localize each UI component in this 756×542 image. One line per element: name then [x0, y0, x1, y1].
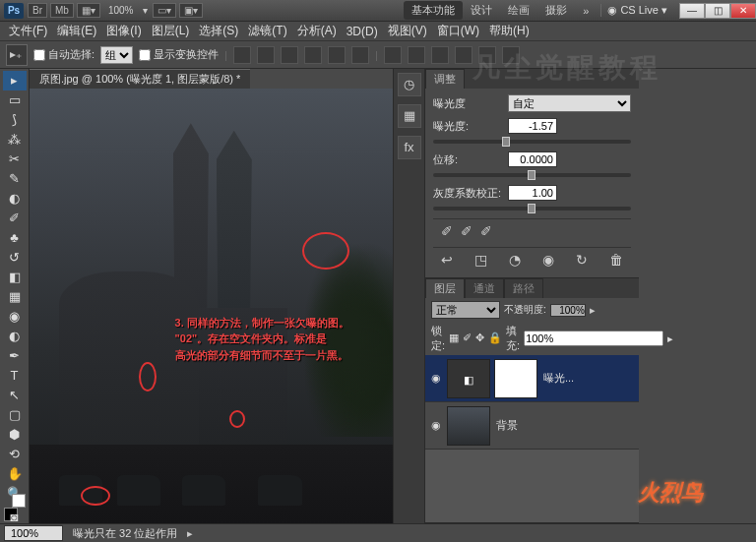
gamma-slider[interactable]	[433, 207, 631, 211]
menu-3d[interactable]: 3D(D)	[342, 25, 383, 38]
fill-input[interactable]	[524, 331, 663, 346]
menu-image[interactable]: 图像(I)	[101, 23, 146, 39]
visibility-icon[interactable]: ◉	[542, 252, 554, 268]
auto-select-dropdown[interactable]: 组	[100, 46, 133, 64]
show-controls-checkbox[interactable]: 显示变换控件	[139, 47, 219, 62]
eyedropper-tool[interactable]: ✎	[3, 169, 27, 189]
quickmask-tool[interactable]: ◙	[3, 508, 27, 527]
ws-painting[interactable]: 绘画	[500, 1, 537, 20]
lock-all-icon[interactable]: 🔒	[488, 331, 502, 345]
healing-tool[interactable]: ◐	[3, 189, 27, 209]
history-brush-tool[interactable]: ↺	[3, 248, 27, 268]
cs-live[interactable]: ◉ CS Live ▾	[600, 4, 673, 17]
dist-btn[interactable]	[384, 46, 402, 64]
eraser-tool[interactable]: ◧	[3, 268, 27, 287]
menu-view[interactable]: 视图(V)	[383, 23, 432, 39]
view-extras-button[interactable]: ▦▾	[77, 3, 100, 18]
gradient-tool[interactable]: ▦	[3, 287, 27, 307]
layer-row[interactable]: ◉ 背景	[425, 402, 639, 450]
move-tool[interactable]: ▸	[3, 71, 27, 90]
close-button[interactable]: ✕	[730, 3, 756, 19]
blur-tool[interactable]: ◉	[3, 307, 27, 327]
dist-btn[interactable]	[455, 46, 472, 64]
shape-tool[interactable]: ▢	[3, 405, 27, 425]
document-tab[interactable]: 原图.jpg @ 100% (曝光度 1, 图层蒙版/8) *	[30, 69, 250, 89]
layer-name[interactable]: 曝光...	[543, 371, 574, 386]
minibridge-button[interactable]: Mb	[50, 3, 74, 18]
layer-name[interactable]: 背景	[496, 418, 518, 433]
mask-thumb[interactable]	[494, 359, 537, 398]
ws-essentials[interactable]: 基本功能	[404, 1, 463, 20]
lock-image-icon[interactable]: ✐	[463, 331, 472, 345]
crop-tool[interactable]: ✂	[3, 150, 27, 169]
menu-layer[interactable]: 图层(L)	[147, 23, 195, 39]
align-btn[interactable]	[233, 46, 251, 64]
align-btn[interactable]	[328, 46, 346, 64]
expand-icon[interactable]: ◳	[474, 252, 487, 268]
3d-camera-tool[interactable]: ⟲	[3, 445, 27, 464]
gamma-input[interactable]	[508, 185, 557, 201]
menu-analysis[interactable]: 分析(A)	[292, 23, 342, 39]
adjustment-thumb[interactable]: ◧	[447, 359, 490, 398]
dist-btn[interactable]	[478, 46, 496, 64]
opacity-input[interactable]	[550, 304, 586, 317]
pen-tool[interactable]: ✒	[3, 346, 27, 366]
visibility-toggle[interactable]: ◉	[427, 419, 445, 432]
channels-tab[interactable]: 通道	[465, 278, 504, 298]
marquee-tool[interactable]: ▭	[3, 90, 27, 110]
type-tool[interactable]: T	[3, 366, 27, 386]
exposure-slider[interactable]	[433, 140, 631, 144]
adjust-tab[interactable]: 调整	[425, 69, 465, 89]
auto-select-checkbox[interactable]: 自动选择:	[33, 47, 94, 62]
bridge-button[interactable]: Br	[28, 3, 47, 18]
path-tool[interactable]: ↖	[3, 386, 27, 405]
lock-position-icon[interactable]: ✥	[475, 331, 484, 345]
dist-btn[interactable]	[431, 46, 449, 64]
layer-row[interactable]: ◉ ◧ 曝光...	[425, 355, 639, 402]
arrange-button[interactable]: ▭▾	[153, 3, 176, 18]
menu-select[interactable]: 选择(S)	[194, 23, 243, 39]
zoom-level[interactable]: 100%	[103, 5, 139, 16]
menu-file[interactable]: 文件(F)	[4, 23, 52, 39]
ws-photography[interactable]: 摄影	[537, 1, 575, 20]
dist-btn[interactable]	[502, 46, 520, 64]
align-btn[interactable]	[351, 46, 369, 64]
lasso-tool[interactable]: ⟆	[3, 110, 27, 130]
eyedropper-gray-icon[interactable]: ✐	[461, 223, 472, 239]
brush-tool[interactable]: ✐	[3, 209, 27, 228]
blend-mode-dropdown[interactable]: 正常	[431, 301, 500, 319]
menu-help[interactable]: 帮助(H)	[484, 23, 535, 39]
ws-more[interactable]: »	[575, 3, 597, 19]
eyedropper-black-icon[interactable]: ✐	[441, 223, 453, 239]
eyedropper-white-icon[interactable]: ✐	[480, 223, 492, 239]
maximize-button[interactable]: ◫	[705, 3, 730, 19]
menu-filter[interactable]: 滤镜(T)	[243, 23, 291, 39]
layers-tab[interactable]: 图层	[425, 278, 465, 298]
screen-mode-button[interactable]: ▣▾	[179, 3, 203, 18]
trash-icon[interactable]: 🗑	[609, 252, 623, 268]
styles-icon[interactable]: fx	[398, 136, 421, 159]
align-btn[interactable]	[304, 46, 322, 64]
offset-slider[interactable]	[433, 173, 631, 177]
wand-tool[interactable]: ⁂	[3, 130, 27, 150]
dodge-tool[interactable]: ◐	[3, 327, 27, 346]
offset-input[interactable]	[508, 151, 557, 167]
canvas[interactable]: 3. 同样的方法，制作一张欠曝的图。 "02"。存在空文件夹内。标准是 高光的部…	[30, 89, 393, 523]
zoom-field[interactable]: 100%	[4, 525, 63, 541]
exposure-input[interactable]	[508, 118, 557, 134]
visibility-toggle[interactable]: ◉	[427, 372, 445, 385]
menu-window[interactable]: 窗口(W)	[432, 23, 484, 39]
paths-tab[interactable]: 路径	[504, 278, 543, 298]
history-icon[interactable]: ◷	[398, 73, 421, 96]
minimize-button[interactable]: —	[679, 3, 705, 19]
reset-icon[interactable]: ↻	[576, 252, 588, 268]
return-icon[interactable]: ↩	[441, 252, 453, 268]
dist-btn[interactable]	[408, 46, 425, 64]
3d-tool[interactable]: ⬢	[3, 425, 27, 445]
preset-dropdown[interactable]: 自定	[508, 94, 631, 112]
clip-icon[interactable]: ◔	[509, 252, 521, 268]
stamp-tool[interactable]: ♣	[3, 228, 27, 248]
menu-edit[interactable]: 编辑(E)	[52, 23, 101, 39]
swatches-icon[interactable]: ▦	[398, 104, 421, 128]
ws-design[interactable]: 设计	[463, 1, 500, 20]
